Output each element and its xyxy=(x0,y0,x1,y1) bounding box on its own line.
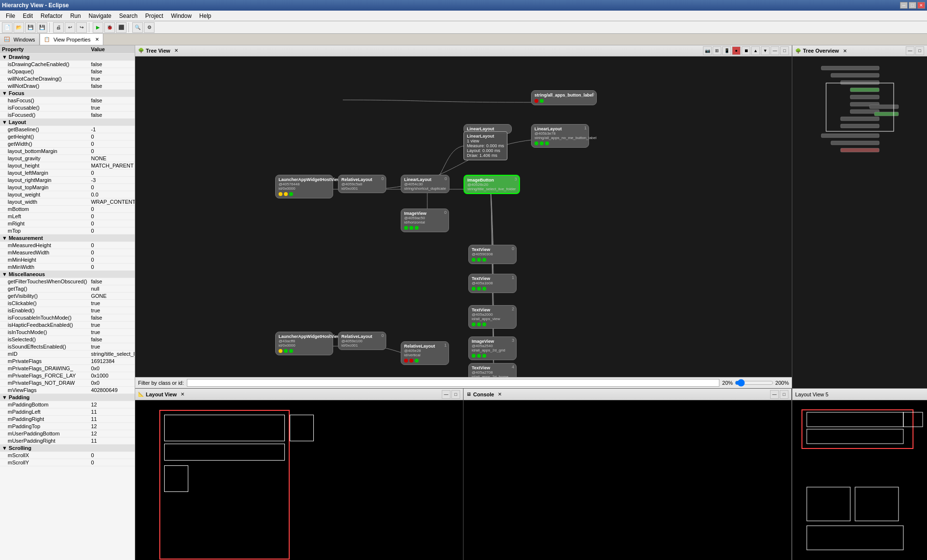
tree-node-n10[interactable]: 2 TextView @405a2000id/all_apps_view xyxy=(468,305,517,329)
table-row[interactable]: mBottom0 xyxy=(0,206,135,213)
table-row[interactable]: layout_bottomMargin0 xyxy=(0,148,135,155)
tree-node-n6[interactable]: 0 ImageView @4059ac50id/horizontal xyxy=(401,209,449,232)
table-row[interactable]: getFilterTouchesWhenObscured()false xyxy=(0,278,135,285)
table-row[interactable]: isHapticFeedbackEnabled()true xyxy=(0,322,135,329)
table-row[interactable]: mPrivateFlags16912384 xyxy=(0,358,135,365)
table-row[interactable]: mIDstring/title_select_live_folder xyxy=(0,350,135,358)
tree-minimize-btn[interactable]: — xyxy=(771,46,779,55)
table-row[interactable]: getBaseline()-1 xyxy=(0,126,135,133)
tb-new[interactable]: 📄 xyxy=(2,22,13,33)
tb-redo[interactable]: ↪ xyxy=(76,22,87,33)
tree-up-btn[interactable]: ▲ xyxy=(751,46,760,55)
tree-node-n9[interactable]: 1 TextView @405a1b08 xyxy=(468,274,517,293)
table-row[interactable]: mMinHeight0 xyxy=(0,256,135,264)
table-row[interactable]: mPrivateFlags_DRAWING_0x0 xyxy=(0,365,135,372)
table-row[interactable]: layout_gravityNONE xyxy=(0,155,135,162)
tree-node-n2[interactable]: 0 RelativeLayout @4059c5a8id/0xc001 xyxy=(338,175,386,193)
tb-open[interactable]: 📂 xyxy=(14,22,24,33)
table-row[interactable]: layout_leftMargin0 xyxy=(0,169,135,177)
table-row[interactable]: layout_rightMargin-3 xyxy=(0,177,135,184)
table-row[interactable]: layout_weight0.0 xyxy=(0,191,135,198)
layout-view-close[interactable]: ✕ xyxy=(181,392,184,397)
menu-help[interactable]: Help xyxy=(196,12,215,20)
top-node[interactable]: string/all_apps_button_label 0 xyxy=(531,90,597,105)
menu-refactor[interactable]: Refactor xyxy=(37,12,66,20)
tree-node-n5[interactable]: 3 ImageButton @40526c20string/title_sele… xyxy=(464,175,520,194)
table-row[interactable]: mLeft0 xyxy=(0,213,135,220)
layout-view-controls[interactable]: — □ xyxy=(442,390,460,399)
table-row[interactable]: isEnabled()true xyxy=(0,307,135,314)
tb-search[interactable]: 🔍 xyxy=(132,22,143,33)
table-row[interactable]: getHeight()0 xyxy=(0,133,135,140)
table-row[interactable]: mViewFlags402800649 xyxy=(0,387,135,394)
tb-save[interactable]: 💾 xyxy=(25,22,36,33)
view-properties-tab[interactable]: 📋 View Properties ✕ xyxy=(40,34,104,45)
tree-node-n15[interactable]: 0 RelativeLayout @4059e100id/0xc001 xyxy=(338,332,386,350)
table-row[interactable]: isDrawingCacheEnabled()false xyxy=(0,61,135,68)
tb-undo[interactable]: ↩ xyxy=(65,22,75,33)
table-row[interactable]: mTop0 xyxy=(0,227,135,235)
menu-navigate[interactable]: Navigate xyxy=(84,12,115,20)
close-button[interactable]: ✕ xyxy=(917,2,925,9)
tree-grid-btn[interactable]: ⊞ xyxy=(713,46,721,55)
menu-edit[interactable]: Edit xyxy=(19,12,37,20)
overview-maximize-btn[interactable]: □ xyxy=(915,46,924,55)
tb-stop[interactable]: ⬛ xyxy=(116,22,126,33)
table-row[interactable]: mMeasuredHeight0 xyxy=(0,242,135,249)
layout-maximize-btn[interactable]: □ xyxy=(451,390,460,399)
table-row[interactable]: isFocused()false xyxy=(0,112,135,119)
tree-overview-controls[interactable]: — □ xyxy=(906,46,924,55)
title-bar-controls[interactable]: ─ □ ✕ xyxy=(900,2,925,9)
table-row[interactable]: layout_topMargin0 xyxy=(0,184,135,191)
tree-node-n7[interactable]: 1 LinearLayout @405b3e78string/all_apps_… xyxy=(531,124,589,148)
table-row[interactable]: getVisibility()GONE xyxy=(0,293,135,300)
tree-overview-close[interactable]: ✕ xyxy=(843,48,847,54)
table-row[interactable]: mPaddingRight11 xyxy=(0,416,135,423)
menu-search[interactable]: Search xyxy=(115,12,141,20)
table-row[interactable]: mPaddingLeft11 xyxy=(0,408,135,416)
table-row[interactable]: mPaddingBottom12 xyxy=(0,401,135,408)
table-row[interactable]: mUserPaddingBottom12 xyxy=(0,430,135,437)
menu-file[interactable]: File xyxy=(2,12,19,20)
table-row[interactable]: mMeasuredWidth0 xyxy=(0,249,135,256)
tb-print[interactable]: 🖨 xyxy=(53,22,64,33)
menu-project[interactable]: Project xyxy=(141,12,167,20)
tree-node-n11[interactable]: 3 ImageView @405a2540id/all_apps_2d_grid xyxy=(468,336,517,360)
overview-minimize-btn[interactable]: — xyxy=(906,46,914,55)
layout-minimize-btn[interactable]: — xyxy=(442,390,450,399)
tree-node-n12[interactable]: 4 TextView @405a2708id/all_apps_2d_home xyxy=(468,363,517,378)
table-row[interactable]: willNotCacheDrawing()true xyxy=(0,75,135,83)
menu-window[interactable]: Window xyxy=(167,12,196,20)
tree-view-controls[interactable]: 📷 ⊞ 📱 ● ⏹ ▲ ▼ — □ xyxy=(703,46,789,55)
console-maximize-btn[interactable]: □ xyxy=(780,390,788,399)
tree-node-n8[interactable]: 0 TextView @40590308 xyxy=(468,245,517,264)
table-row[interactable]: getTag()null xyxy=(0,285,135,293)
table-row[interactable]: willNotDraw()false xyxy=(0,83,135,90)
console-close[interactable]: ✕ xyxy=(498,392,502,397)
tb-settings[interactable]: ⚙ xyxy=(144,22,154,33)
table-row[interactable]: isOpaque()false xyxy=(0,68,135,75)
tree-camera-btn[interactable]: 📷 xyxy=(703,46,712,55)
table-row[interactable]: layout_heightMATCH_PARENT xyxy=(0,162,135,169)
table-row[interactable]: mUserPaddingRight11 xyxy=(0,437,135,445)
filter-input[interactable] xyxy=(187,379,719,387)
console-minimize-btn[interactable]: — xyxy=(770,390,779,399)
table-row[interactable]: isFocusableInTouchMode()false xyxy=(0,314,135,322)
maximize-button[interactable]: □ xyxy=(909,2,916,9)
table-row[interactable]: mScrollY0 xyxy=(0,459,135,466)
tb-debug[interactable]: 🐞 xyxy=(104,22,115,33)
menu-run[interactable]: Run xyxy=(66,12,84,20)
tree-view-close[interactable]: ✕ xyxy=(174,48,178,53)
table-row[interactable]: isInTouchMode()true xyxy=(0,329,135,336)
tb-save-all[interactable]: 💾 xyxy=(37,22,47,33)
table-row[interactable]: isSoundEffectsEnabled()true xyxy=(0,343,135,350)
table-row[interactable]: hasFocus()false xyxy=(0,97,135,104)
table-row[interactable]: mPaddingTop12 xyxy=(0,423,135,430)
table-row[interactable]: layout_widthWRAP_CONTENT xyxy=(0,198,135,206)
table-row[interactable]: mMinWidth0 xyxy=(0,264,135,271)
tb-run[interactable]: ▶ xyxy=(93,22,103,33)
zoom-slider[interactable] xyxy=(735,379,773,387)
table-row[interactable]: getWidth()0 xyxy=(0,140,135,148)
tree-phone-btn[interactable]: 📱 xyxy=(722,46,731,55)
tree-node-n1[interactable]: LauncherAppWidgetHostView @40576448id/0x… xyxy=(275,175,333,198)
